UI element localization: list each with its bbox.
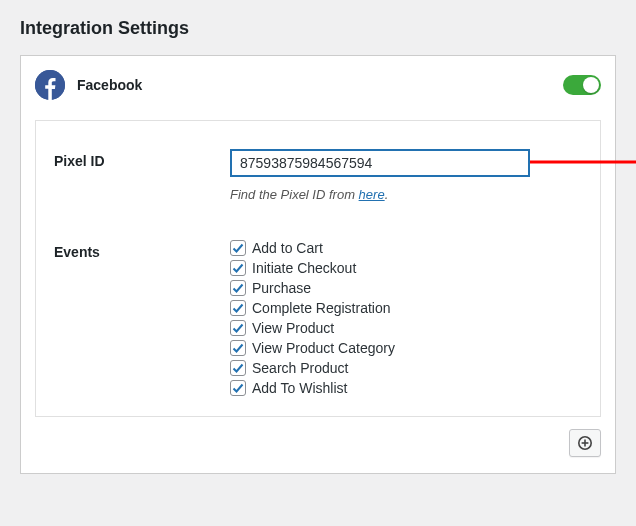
add-integration-button[interactable] [569, 429, 601, 457]
event-checkbox[interactable] [230, 260, 246, 276]
event-item: Add To Wishlist [230, 380, 395, 396]
event-item: Purchase [230, 280, 395, 296]
event-item: Add to Cart [230, 240, 395, 256]
pixel-id-control: Find the Pixel ID from here. [230, 149, 582, 202]
event-item: Complete Registration [230, 300, 395, 316]
page-title: Integration Settings [20, 18, 616, 39]
panel-footer [35, 429, 601, 457]
events-list: Add to Cart Initiate Checkout Purchase C… [230, 240, 395, 396]
event-label: Add To Wishlist [252, 380, 347, 396]
event-checkbox[interactable] [230, 280, 246, 296]
plus-circle-icon [577, 435, 593, 451]
panel-header: Facebook [35, 70, 601, 100]
event-item: Search Product [230, 360, 395, 376]
integration-panel: Facebook Pixel ID Find the Pixel ID from… [20, 55, 616, 474]
event-label: View Product [252, 320, 334, 336]
pixel-id-input[interactable] [230, 149, 530, 177]
pixel-id-help-link[interactable]: here [359, 187, 385, 202]
event-label: Search Product [252, 360, 349, 376]
event-label: Add to Cart [252, 240, 323, 256]
pixel-id-label: Pixel ID [54, 149, 230, 169]
event-checkbox[interactable] [230, 300, 246, 316]
event-label: Complete Registration [252, 300, 391, 316]
event-item: View Product Category [230, 340, 395, 356]
integration-form: Pixel ID Find the Pixel ID from here. Ev… [35, 120, 601, 417]
toggle-knob [583, 77, 599, 93]
event-label: View Product Category [252, 340, 395, 356]
pixel-id-row: Pixel ID Find the Pixel ID from here. [54, 149, 582, 202]
event-checkbox[interactable] [230, 240, 246, 256]
pixel-id-helper: Find the Pixel ID from here. [230, 187, 582, 202]
event-checkbox[interactable] [230, 320, 246, 336]
events-row: Events Add to Cart Initiate Checkout Pur… [54, 240, 582, 396]
enable-toggle[interactable] [563, 75, 601, 95]
helper-suffix: . [385, 187, 389, 202]
event-checkbox[interactable] [230, 340, 246, 356]
event-checkbox[interactable] [230, 380, 246, 396]
event-item: View Product [230, 320, 395, 336]
event-label: Purchase [252, 280, 311, 296]
event-label: Initiate Checkout [252, 260, 356, 276]
events-label: Events [54, 240, 230, 260]
facebook-icon [35, 70, 65, 100]
event-item: Initiate Checkout [230, 260, 395, 276]
panel-header-left: Facebook [35, 70, 142, 100]
helper-prefix: Find the Pixel ID from [230, 187, 359, 202]
event-checkbox[interactable] [230, 360, 246, 376]
integration-name: Facebook [77, 77, 142, 93]
